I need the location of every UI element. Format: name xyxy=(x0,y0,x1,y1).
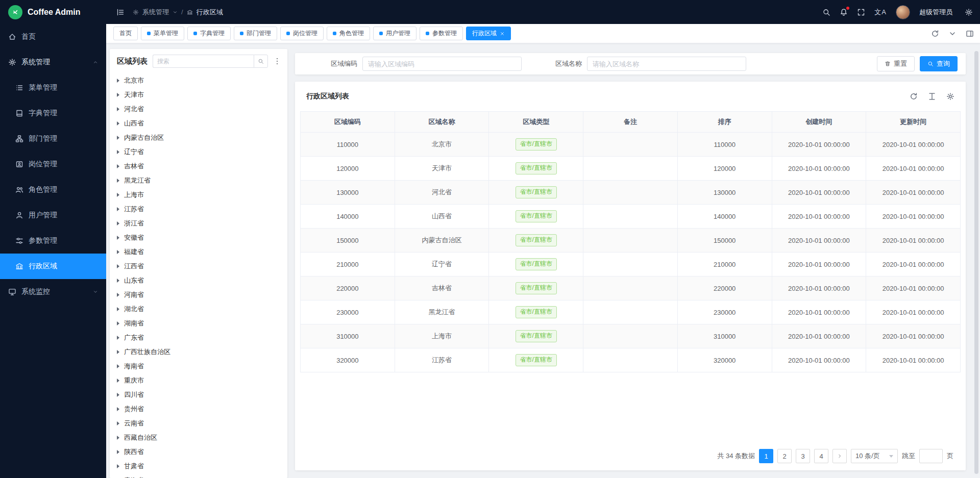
tree-item[interactable]: 湖南省 xyxy=(110,316,287,331)
caret-right-icon[interactable] xyxy=(117,379,119,383)
caret-right-icon[interactable] xyxy=(117,307,119,311)
tree-item[interactable]: 吉林省 xyxy=(110,159,287,173)
caret-right-icon[interactable] xyxy=(117,450,119,454)
tab[interactable]: 参数管理 xyxy=(420,27,463,40)
tree-item[interactable]: 甘肃省 xyxy=(110,459,287,473)
caret-right-icon[interactable] xyxy=(117,136,119,140)
tree-item[interactable]: 山西省 xyxy=(110,116,287,131)
tree-item[interactable]: 湖北省 xyxy=(110,302,287,316)
theme-settings-icon[interactable] xyxy=(965,8,973,16)
refresh-icon[interactable] xyxy=(931,30,939,38)
caret-right-icon[interactable] xyxy=(117,207,119,211)
page-button[interactable]: 2 xyxy=(777,449,792,463)
column-settings-icon[interactable] xyxy=(946,92,954,100)
caret-right-icon[interactable] xyxy=(117,193,119,197)
sidebar-item-home[interactable]: 首页 xyxy=(0,24,106,49)
tree-item[interactable]: 青海省 xyxy=(110,473,287,478)
table-row[interactable]: 210000 辽宁省 省市/直辖市 210000 2020-10-01 00:0… xyxy=(301,253,961,276)
tree-search-button[interactable] xyxy=(254,55,268,68)
tree-item[interactable]: 北京市 xyxy=(110,73,287,88)
jump-page-input[interactable] xyxy=(919,449,943,463)
reset-button[interactable]: 重置 xyxy=(877,56,915,71)
page-size-select[interactable]: 10 条/页 xyxy=(851,449,898,463)
region-code-input[interactable] xyxy=(362,57,522,71)
tree-item[interactable]: 江西省 xyxy=(110,259,287,273)
layout-panel-icon[interactable] xyxy=(966,30,974,38)
caret-right-icon[interactable] xyxy=(117,421,119,425)
caret-right-icon[interactable] xyxy=(117,250,119,254)
sidebar-group-system[interactable]: 系统管理 xyxy=(0,49,106,75)
table-row[interactable]: 140000 山西省 省市/直辖市 140000 2020-10-01 00:0… xyxy=(301,205,961,229)
tab[interactable]: 字典管理 xyxy=(187,27,231,40)
translate-icon[interactable]: 文A xyxy=(874,8,887,17)
search-icon[interactable] xyxy=(822,8,830,16)
row-height-icon[interactable] xyxy=(928,92,936,100)
tree-item[interactable]: 天津市 xyxy=(110,88,287,102)
caret-right-icon[interactable] xyxy=(117,279,119,283)
username[interactable]: 超级管理员 xyxy=(919,8,952,17)
caret-right-icon[interactable] xyxy=(117,93,119,97)
tree-item[interactable]: 西藏自治区 xyxy=(110,431,287,445)
tabs-menu-chevron-icon[interactable] xyxy=(948,30,957,38)
tree-item[interactable]: 山东省 xyxy=(110,273,287,288)
sidebar-item-param-mgmt[interactable]: 参数管理 xyxy=(0,228,106,254)
tree-item[interactable]: 海南省 xyxy=(110,359,287,373)
scrollbar-thumb[interactable] xyxy=(974,51,978,474)
table-row[interactable]: 110000 北京市 省市/直辖市 110000 2020-10-01 00:0… xyxy=(301,133,961,157)
tab[interactable]: 部门管理 xyxy=(234,27,277,40)
tree-search-input[interactable] xyxy=(153,55,254,68)
caret-right-icon[interactable] xyxy=(117,164,119,168)
table-row[interactable]: 120000 天津市 省市/直辖市 120000 2020-10-01 00:0… xyxy=(301,157,961,181)
caret-right-icon[interactable] xyxy=(117,236,119,240)
tree-item[interactable]: 浙江省 xyxy=(110,216,287,231)
table-row[interactable]: 230000 黑龙江省 省市/直辖市 230000 2020-10-01 00:… xyxy=(301,300,961,324)
tree-item[interactable]: 河南省 xyxy=(110,288,287,302)
tree-item[interactable]: 河北省 xyxy=(110,102,287,116)
sidebar-item-menu-mgmt[interactable]: 菜单管理 xyxy=(0,75,106,100)
tree-item[interactable]: 福建省 xyxy=(110,245,287,259)
caret-right-icon[interactable] xyxy=(117,407,119,411)
caret-right-icon[interactable] xyxy=(117,179,119,183)
sidebar-item-role-mgmt[interactable]: 角色管理 xyxy=(0,177,106,203)
sidebar-item-user-mgmt[interactable]: 用户管理 xyxy=(0,203,106,228)
table-row[interactable]: 320000 江苏省 省市/直辖市 320000 2020-10-01 00:0… xyxy=(301,348,961,372)
tree-item[interactable]: 重庆市 xyxy=(110,373,287,388)
tree-item[interactable]: 内蒙古自治区 xyxy=(110,131,287,145)
sidebar-item-dept-mgmt[interactable]: 部门管理 xyxy=(0,126,106,152)
caret-right-icon[interactable] xyxy=(117,436,119,440)
tree-item[interactable]: 江苏省 xyxy=(110,202,287,216)
table-row[interactable]: 310000 上海市 省市/直辖市 310000 2020-10-01 00:0… xyxy=(301,324,961,348)
caret-right-icon[interactable] xyxy=(117,393,119,397)
tab-close-icon[interactable] xyxy=(500,31,505,36)
tree-item[interactable]: 安徽省 xyxy=(110,231,287,245)
tab[interactable]: 岗位管理 xyxy=(280,27,324,40)
next-page-button[interactable] xyxy=(832,449,847,463)
refresh-icon[interactable] xyxy=(910,92,918,100)
more-options-icon[interactable] xyxy=(273,57,281,65)
tree-item[interactable]: 贵州省 xyxy=(110,402,287,416)
sidebar-group-monitor[interactable]: 系统监控 xyxy=(0,279,106,305)
caret-right-icon[interactable] xyxy=(117,107,119,111)
tab[interactable]: 首页 xyxy=(113,27,138,40)
page-button[interactable]: 3 xyxy=(796,449,810,463)
caret-right-icon[interactable] xyxy=(117,336,119,340)
caret-right-icon[interactable] xyxy=(117,293,119,297)
tab[interactable]: 菜单管理 xyxy=(141,27,184,40)
page-button[interactable]: 4 xyxy=(814,449,828,463)
tree-item[interactable]: 云南省 xyxy=(110,416,287,431)
tree-item[interactable]: 广东省 xyxy=(110,331,287,345)
table-row[interactable]: 220000 吉林省 省市/直辖市 220000 2020-10-01 00:0… xyxy=(301,276,961,300)
region-name-input[interactable] xyxy=(587,57,746,71)
tab[interactable]: 角色管理 xyxy=(327,27,370,40)
caret-right-icon[interactable] xyxy=(117,121,119,125)
caret-right-icon[interactable] xyxy=(117,150,119,154)
tree-item[interactable]: 黑龙江省 xyxy=(110,173,287,188)
bell-icon[interactable] xyxy=(840,8,848,16)
fullscreen-icon[interactable] xyxy=(857,8,865,16)
caret-right-icon[interactable] xyxy=(117,321,119,325)
caret-right-icon[interactable] xyxy=(117,264,119,268)
search-button[interactable]: 查询 xyxy=(920,56,958,71)
sidebar-item-dict-mgmt[interactable]: 字典管理 xyxy=(0,100,106,126)
caret-right-icon[interactable] xyxy=(117,350,119,354)
breadcrumb-section[interactable]: 系统管理 xyxy=(142,8,169,17)
